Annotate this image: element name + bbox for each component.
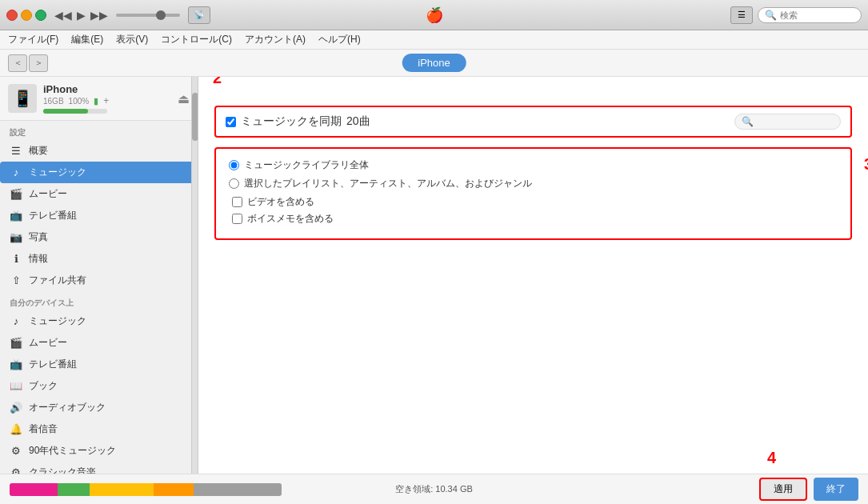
- forward-arrow[interactable]: ＞: [29, 54, 48, 72]
- forward-button[interactable]: ▶▶: [90, 9, 108, 22]
- library-selected-radio[interactable]: [229, 178, 239, 189]
- include-video-option[interactable]: ビデオを含める: [232, 195, 838, 209]
- free-storage-text: 空き領域: 10.34 GB: [395, 483, 473, 495]
- back-arrow[interactable]: ＜: [8, 54, 27, 72]
- done-button[interactable]: 終了: [814, 478, 858, 501]
- storage-seg-orange: [154, 483, 194, 496]
- content-search-icon: 🔍: [742, 116, 754, 127]
- volume-slider[interactable]: [116, 14, 180, 17]
- apply-button[interactable]: 適用: [759, 478, 807, 501]
- search-box: 🔍: [758, 7, 862, 23]
- sync-checkbox[interactable]: [226, 117, 236, 127]
- overview-label: 概要: [29, 144, 48, 158]
- sidebar: 1 📱 iPhone 16GB 100% ▮ + ⏏ 設定: [0, 77, 198, 474]
- maximize-button[interactable]: [35, 10, 46, 21]
- include-options: ビデオを含める ボイスメモを含める: [229, 195, 838, 226]
- movies-label: ムービー: [29, 187, 67, 201]
- device-battery: 100%: [69, 97, 90, 106]
- content-search-input[interactable]: [754, 117, 834, 126]
- list-view-button[interactable]: ☰: [730, 6, 753, 24]
- device-info: iPhone 16GB 100% ▮ +: [43, 83, 171, 114]
- music-icon: ♪: [10, 166, 22, 178]
- search-icon: 🔍: [765, 10, 777, 21]
- storage-fill: [43, 109, 88, 114]
- menu-help[interactable]: ヘルプ(H): [318, 33, 361, 46]
- sync-label: ミュージックを同期: [241, 114, 342, 129]
- transport-controls: ◀◀ ▶ ▶▶ 📡: [54, 6, 210, 24]
- own-movies-icon: 🎬: [10, 337, 22, 349]
- include-voice-checkbox[interactable]: [232, 214, 242, 224]
- content-inner: 2 ミュージックを同期 20曲 🔍 3 ミュージックライブラリ全体: [198, 77, 868, 474]
- list-icon: ☰: [738, 10, 746, 20]
- menu-file[interactable]: ファイル(F): [8, 33, 58, 46]
- include-video-checkbox[interactable]: [232, 197, 242, 207]
- own-ringtones-label: 着信音: [29, 422, 58, 436]
- overview-icon: ☰: [10, 145, 22, 157]
- menu-edit[interactable]: 編集(E): [71, 33, 103, 46]
- settings-section-label: 設定: [0, 121, 198, 140]
- library-all-radio[interactable]: [229, 160, 239, 170]
- movies-icon: 🎬: [10, 188, 22, 200]
- own-movies-label: ムービー: [29, 336, 67, 350]
- sidebar-item-own-ringtones[interactable]: 🔔 着信音: [0, 418, 198, 440]
- menu-control[interactable]: コントロール(C): [161, 33, 232, 46]
- storage-seg-pink: [10, 483, 58, 496]
- sidebar-item-photos[interactable]: 📷 写真: [0, 226, 198, 248]
- window-right-controls: ☰ 🔍: [730, 6, 862, 24]
- info-label: 情報: [29, 252, 48, 266]
- sidebar-item-own-movies[interactable]: 🎬 ムービー: [0, 332, 198, 354]
- menu-view[interactable]: 表示(V): [116, 33, 148, 46]
- sidebar-item-info[interactable]: ℹ 情報: [0, 248, 198, 270]
- tv-label: テレビ番組: [29, 209, 77, 222]
- close-button[interactable]: [6, 10, 18, 21]
- statusbar: 空き領域: 10.34 GB 4 適用 終了: [0, 474, 868, 504]
- include-voice-label: ボイスメモを含める: [247, 212, 334, 226]
- apple-logo: 🍎: [426, 6, 443, 24]
- storage-segments: [10, 483, 282, 496]
- device-name: iPhone: [43, 83, 171, 95]
- sidebar-item-own-audiobooks[interactable]: 🔊 オーディオブック: [0, 397, 198, 418]
- library-all-label: ミュージックライブラリ全体: [244, 158, 369, 172]
- options-panel: 3 ミュージックライブラリ全体 選択したプレイリスト、アーティスト、アルバム、お…: [214, 147, 852, 240]
- menu-account[interactable]: アカウント(A): [245, 33, 306, 46]
- minimize-button[interactable]: [21, 10, 32, 21]
- rewind-button[interactable]: ◀◀: [54, 9, 72, 22]
- sidebar-item-own-90s[interactable]: ⚙ 90年代ミュージック: [0, 440, 198, 462]
- sidebar-scrollbar-thumb[interactable]: [192, 93, 198, 141]
- library-all-option[interactable]: ミュージックライブラリ全体: [229, 158, 838, 172]
- plug-icon: +: [103, 95, 109, 106]
- play-button[interactable]: ▶: [77, 9, 86, 22]
- action-buttons: 適用 終了: [759, 478, 858, 501]
- content-area: 2 ミュージックを同期 20曲 🔍 3 ミュージックライブラリ全体: [198, 77, 868, 474]
- sidebar-item-music[interactable]: ♪ ミュージック: [0, 162, 198, 183]
- own-classical-label: クラシック音楽: [29, 466, 96, 474]
- battery-icon: ▮: [94, 96, 98, 106]
- search-input[interactable]: [780, 10, 854, 20]
- sidebar-item-tv[interactable]: 📺 テレビ番組: [0, 205, 198, 226]
- iphone-device-button[interactable]: iPhone: [402, 54, 466, 72]
- own-tv-label: テレビ番組: [29, 358, 77, 371]
- sidebar-scrollbar[interactable]: [191, 77, 198, 474]
- sidebar-item-filesharing[interactable]: ⇧ ファイル共有: [0, 270, 198, 291]
- sidebar-item-own-music[interactable]: ♪ ミュージック: [0, 310, 198, 332]
- sidebar-item-overview[interactable]: ☰ 概要: [0, 140, 198, 162]
- sidebar-item-own-books[interactable]: 📖 ブック: [0, 375, 198, 397]
- photos-label: 写真: [29, 230, 48, 244]
- airplay-icon[interactable]: 📡: [188, 6, 210, 24]
- library-selected-option[interactable]: 選択したプレイリスト、アーティスト、アルバム、およびジャンル: [229, 177, 838, 190]
- own-books-label: ブック: [29, 379, 58, 393]
- sidebar-item-own-classical[interactable]: ⚙ クラシック音楽: [0, 462, 198, 474]
- own-classical-icon: ⚙: [10, 466, 22, 474]
- device-icon: 📱: [8, 84, 37, 113]
- sidebar-item-movies[interactable]: 🎬 ムービー: [0, 183, 198, 205]
- music-label: ミュージック: [29, 166, 86, 179]
- library-selected-label: 選択したプレイリスト、アーティスト、アルバム、およびジャンル: [244, 177, 532, 190]
- eject-button[interactable]: ⏏: [178, 91, 190, 106]
- nav-arrows: ＜ ＞: [8, 54, 48, 72]
- own-tv-icon: 📺: [10, 358, 22, 370]
- sidebar-item-own-tv[interactable]: 📺 テレビ番組: [0, 354, 198, 375]
- song-count: 20曲: [346, 114, 370, 129]
- device-storage-label: 16GB: [43, 97, 64, 106]
- main-layout: 1 📱 iPhone 16GB 100% ▮ + ⏏ 設定: [0, 77, 868, 474]
- include-voice-option[interactable]: ボイスメモを含める: [232, 212, 838, 226]
